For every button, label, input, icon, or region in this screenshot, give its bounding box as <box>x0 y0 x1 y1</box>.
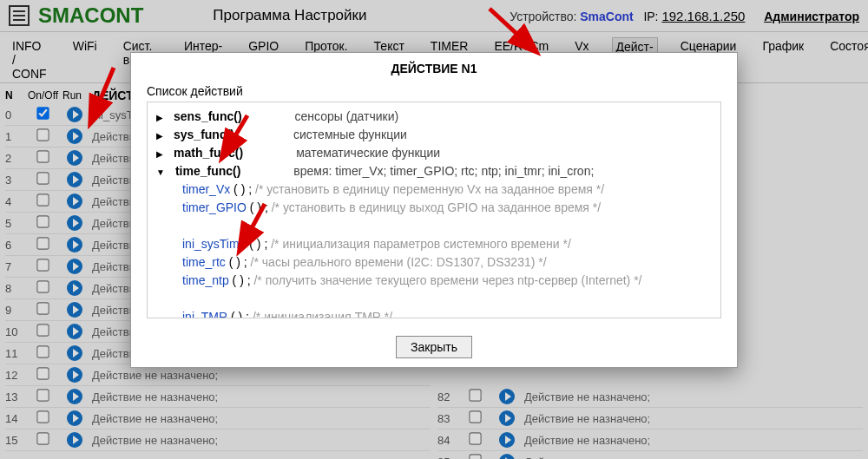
play-icon[interactable] <box>67 345 82 361</box>
onoff-checkbox[interactable] <box>36 433 49 445</box>
row-run[interactable] <box>495 454 519 459</box>
play-icon[interactable] <box>499 454 515 459</box>
code-line[interactable]: time_ntp ( ) ; /* получить значение теку… <box>156 272 712 290</box>
row-action-text[interactable]: Действие не назначено; <box>92 369 431 382</box>
row-action-text[interactable]: Действие не назначено; <box>524 434 863 447</box>
onoff-checkbox[interactable] <box>469 411 481 423</box>
onoff-checkbox[interactable] <box>36 325 49 337</box>
row-run[interactable] <box>62 432 87 448</box>
play-icon[interactable] <box>67 367 82 383</box>
row-run[interactable] <box>62 215 87 231</box>
play-icon[interactable] <box>499 432 515 448</box>
hamburger-menu-icon[interactable] <box>9 5 30 26</box>
row-onoff[interactable] <box>28 368 57 382</box>
play-icon[interactable] <box>67 432 82 448</box>
play-icon[interactable] <box>67 128 82 144</box>
row-action-text[interactable]: Действие не назначено; <box>524 412 863 425</box>
row-run[interactable] <box>62 280 87 296</box>
play-icon[interactable] <box>67 172 82 187</box>
row-onoff[interactable] <box>28 173 57 187</box>
row-onoff[interactable] <box>28 108 57 121</box>
ip-link[interactable]: 192.168.1.250 <box>661 9 745 23</box>
admin-link[interactable]: Администратор <box>764 10 859 23</box>
play-icon[interactable] <box>67 302 82 318</box>
onoff-checkbox[interactable] <box>36 346 49 358</box>
onoff-checkbox[interactable] <box>36 129 49 141</box>
row-onoff[interactable] <box>28 325 57 338</box>
row-run[interactable] <box>62 128 87 144</box>
play-icon[interactable] <box>67 280 82 296</box>
tab-0[interactable]: INFO / CONF <box>9 37 50 82</box>
play-icon[interactable] <box>67 259 82 274</box>
row-run[interactable] <box>62 345 87 361</box>
row-action-text[interactable]: Действие не назначено; <box>92 390 431 403</box>
row-onoff[interactable] <box>28 390 57 403</box>
onoff-checkbox[interactable] <box>469 433 481 445</box>
onoff-checkbox[interactable] <box>36 303 49 315</box>
play-icon[interactable] <box>67 324 82 339</box>
row-run[interactable] <box>62 324 87 339</box>
row-onoff[interactable] <box>460 411 490 425</box>
row-onoff[interactable] <box>28 216 57 230</box>
tab-13[interactable]: Состояние <box>826 37 868 82</box>
row-onoff[interactable] <box>28 129 57 143</box>
onoff-checkbox[interactable] <box>469 390 481 402</box>
onoff-checkbox[interactable] <box>36 216 49 228</box>
onoff-checkbox[interactable] <box>36 259 49 272</box>
function-group-desc: математические функции <box>296 144 440 162</box>
play-icon[interactable] <box>67 193 82 209</box>
row-onoff[interactable] <box>28 411 57 425</box>
row-action-text[interactable]: Действие не назначено; <box>524 390 863 403</box>
onoff-checkbox[interactable] <box>469 455 481 459</box>
row-onoff[interactable] <box>28 281 57 295</box>
code-line[interactable]: ini_TMR ( ) ; /* инициализация TMR */ <box>156 308 712 318</box>
row-onoff[interactable] <box>28 238 57 252</box>
row-run[interactable] <box>62 193 87 209</box>
row-run[interactable] <box>62 259 87 274</box>
onoff-checkbox[interactable] <box>36 411 49 423</box>
onoff-checkbox[interactable] <box>36 108 49 120</box>
row-run[interactable] <box>62 150 87 166</box>
onoff-checkbox[interactable] <box>36 194 49 207</box>
row-run[interactable] <box>62 237 87 252</box>
tab-12[interactable]: График <box>759 37 807 82</box>
code-line[interactable]: timer_Vx ( ) ; /* установить в единицу п… <box>156 180 712 199</box>
row-run[interactable] <box>62 172 87 187</box>
row-run[interactable] <box>62 302 87 318</box>
play-icon[interactable] <box>499 389 515 404</box>
row-onoff[interactable] <box>28 259 57 273</box>
row-onoff[interactable] <box>460 455 490 459</box>
onoff-checkbox[interactable] <box>36 151 49 163</box>
play-icon[interactable] <box>67 237 82 252</box>
onoff-checkbox[interactable] <box>36 173 49 185</box>
annotation-arrow-2 <box>89 68 124 131</box>
row-run[interactable] <box>62 107 87 122</box>
row-run[interactable] <box>495 432 519 448</box>
row-onoff[interactable] <box>28 151 57 165</box>
row-run[interactable] <box>62 410 87 426</box>
onoff-checkbox[interactable] <box>36 281 49 293</box>
row-onoff[interactable] <box>28 194 57 208</box>
row-onoff[interactable] <box>28 433 57 447</box>
row-action-text[interactable]: Действие не назначено; <box>92 412 431 425</box>
row-onoff[interactable] <box>28 346 57 360</box>
row-onoff[interactable] <box>28 303 57 317</box>
onoff-checkbox[interactable] <box>36 390 49 402</box>
row-run[interactable] <box>62 389 87 404</box>
row-run[interactable] <box>495 389 519 404</box>
onoff-checkbox[interactable] <box>36 238 49 250</box>
play-icon[interactable] <box>67 215 82 231</box>
row-run[interactable] <box>495 410 519 426</box>
play-icon[interactable] <box>67 107 82 122</box>
row-onoff[interactable] <box>460 433 490 447</box>
play-icon[interactable] <box>67 150 82 166</box>
play-icon[interactable] <box>67 410 82 426</box>
row-run[interactable] <box>62 367 87 383</box>
row-action-text[interactable]: Действие не назначено; <box>92 434 431 447</box>
play-icon[interactable] <box>499 410 515 426</box>
row-action-text[interactable]: Действие не назначено; <box>524 456 863 459</box>
onoff-checkbox[interactable] <box>36 368 49 380</box>
row-onoff[interactable] <box>460 390 490 403</box>
play-icon[interactable] <box>67 389 82 404</box>
close-button[interactable]: Закрыть <box>396 336 472 358</box>
